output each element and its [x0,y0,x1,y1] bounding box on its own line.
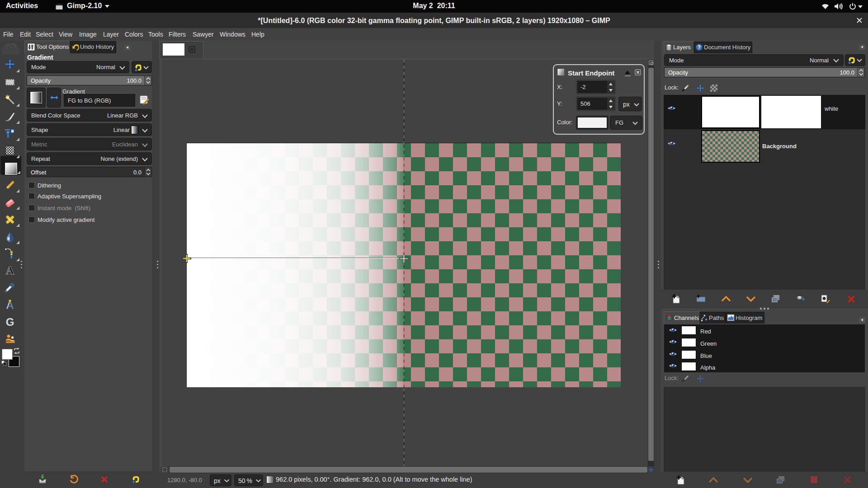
svg-text:A: A [6,265,14,276]
svg-text:G: G [6,316,14,327]
svg-text:?: ? [698,44,701,51]
